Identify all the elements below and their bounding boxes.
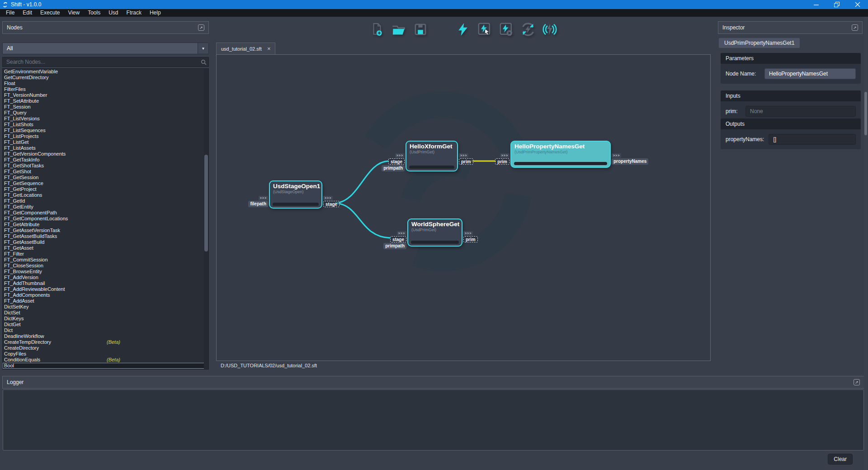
logger-output[interactable] xyxy=(3,389,864,451)
node-list-item[interactable]: FT_GetAsset xyxy=(3,245,208,251)
prim-value-field[interactable]: None xyxy=(745,106,856,117)
graph-node-WorldSphereGet[interactable]: WorldSphereGet (UsdPrimGet) >>>stageprim… xyxy=(407,218,462,247)
menu-ftrack[interactable]: Ftrack xyxy=(123,9,146,17)
graph-node-UsdStageOpen1[interactable]: UsdStageOpen1 (UsdStageOpen) >>>filepath… xyxy=(269,180,322,209)
node-list-item[interactable]: CreateDirectory xyxy=(3,345,208,351)
menu-tools[interactable]: Tools xyxy=(84,9,104,17)
menu-view[interactable]: View xyxy=(64,9,84,17)
graph-node-HelloPropertyNamesGet[interactable]: HelloPropertyNamesGet (UsdPrimPropertyNa… xyxy=(510,141,611,168)
open-graph-icon[interactable] xyxy=(391,20,407,38)
reload-execute-icon[interactable] xyxy=(520,20,536,38)
input-port-filepath[interactable]: filepath xyxy=(248,201,268,207)
node-list-item[interactable]: FT_GetTaskInfo xyxy=(3,157,208,163)
node-list-scrollbar[interactable] xyxy=(204,69,208,369)
close-button[interactable] xyxy=(847,0,868,9)
node-list-item[interactable]: FT_Session xyxy=(3,104,208,110)
node-list-item[interactable]: FT_SetAttribute xyxy=(3,98,208,104)
node-list-item[interactable]: FT_AddThumbnail xyxy=(3,280,208,286)
save-graph-icon[interactable] xyxy=(412,20,429,38)
menu-help[interactable]: Help xyxy=(146,9,165,17)
detach-panel-icon[interactable]: ↗ xyxy=(198,24,204,31)
node-graph-canvas[interactable]: UsdStageOpen1 (UsdStageOpen) >>>filepath… xyxy=(216,54,711,361)
output-port-stage[interactable]: stage xyxy=(323,201,340,207)
node-list-item[interactable]: FT_GetId xyxy=(3,198,208,204)
node-list-item[interactable]: FT_ListGet xyxy=(3,139,208,145)
node-list-item[interactable]: FT_GetVersionComponents xyxy=(3,151,208,157)
detach-panel-icon[interactable]: ↗ xyxy=(854,379,860,385)
execute-until-icon[interactable] xyxy=(498,20,514,38)
node-list-item[interactable]: FT_Query xyxy=(3,110,208,116)
node-category-dropdown[interactable]: All ▼ xyxy=(2,43,209,54)
output-port-prim[interactable]: prim xyxy=(459,158,473,165)
property-names-value-field[interactable]: [] xyxy=(769,134,856,145)
output-port-propertyNames[interactable]: propertyNames xyxy=(612,158,648,165)
output-port-prim[interactable]: prim xyxy=(463,236,478,242)
node-list-item[interactable]: FT_GetSequence xyxy=(3,180,208,186)
node-list-item[interactable]: FT_ListAssets xyxy=(3,145,208,151)
node-list-item[interactable]: FT_AddComponents xyxy=(3,292,208,298)
node-list-item[interactable]: FT_VersionNumber xyxy=(3,92,208,98)
node-list-item[interactable]: DeadlineWorkflow xyxy=(3,333,208,339)
minimize-button[interactable] xyxy=(806,0,826,9)
node-list-item[interactable]: GetEnvironmentVariable xyxy=(3,69,208,75)
node-list-item[interactable]: FT_ListProjects xyxy=(3,133,208,139)
node-list-item[interactable]: DictSetKey xyxy=(3,304,208,310)
node-list-item[interactable]: FT_CommitSession xyxy=(3,257,208,263)
detach-panel-icon[interactable]: ↗ xyxy=(852,24,858,31)
node-type-list[interactable]: GetEnvironmentVariable GetCurrentDirecto… xyxy=(2,68,209,370)
node-list-item[interactable]: Dict xyxy=(3,328,208,333)
node-list-item[interactable]: GetCurrentDirectory xyxy=(3,75,208,81)
node-list-item[interactable]: FT_AddAsset xyxy=(3,298,208,304)
node-list-item[interactable]: FT_GetEntity xyxy=(3,204,208,210)
input-port-primpath[interactable]: primpath xyxy=(383,243,406,249)
chevron-down-icon[interactable]: ▼ xyxy=(198,43,208,54)
execute-selected-icon[interactable] xyxy=(476,20,493,38)
node-list-item[interactable]: CopyFiles xyxy=(3,351,208,357)
node-list-item[interactable]: FT_GetAssetVersionTask xyxy=(3,228,208,233)
node-list-item[interactable]: DictGet xyxy=(3,322,208,328)
node-list-scrollbar-thumb[interactable] xyxy=(204,155,208,252)
node-list-item[interactable]: Float xyxy=(3,81,208,86)
node-list-item[interactable]: FT_GetShot xyxy=(3,169,208,175)
node-list-item[interactable]: FT_AddVersion xyxy=(3,275,208,280)
live-execution-icon[interactable] xyxy=(542,20,558,38)
clear-logger-button[interactable]: Clear xyxy=(828,454,853,465)
node-list-item[interactable]: FT_ListSequences xyxy=(3,128,208,133)
input-port-primpath[interactable]: primpath xyxy=(382,165,405,171)
menu-edit[interactable]: Edit xyxy=(19,9,36,17)
graph-tab[interactable]: usd_tutorial_02.sft × xyxy=(216,43,275,54)
node-list-item[interactable]: FT_ListShots xyxy=(3,122,208,128)
inspector-scrollbar-thumb[interactable] xyxy=(864,92,867,135)
node-list-item[interactable]: DictSet xyxy=(3,310,208,316)
node-list-item[interactable]: FT_GetAssetBuild xyxy=(3,239,208,245)
node-list-item[interactable]: FT_Filter xyxy=(3,251,208,257)
node-list-item[interactable]: CreateTempDirectory(Beta) xyxy=(3,339,208,345)
execute-graph-icon[interactable] xyxy=(455,20,471,38)
node-list-item[interactable]: FT_GetComponentPath xyxy=(3,210,208,216)
node-list-item[interactable]: FT_GetAssetBuildTasks xyxy=(3,233,208,239)
node-name-input[interactable] xyxy=(764,68,856,79)
menu-usd[interactable]: Usd xyxy=(104,9,122,17)
graph-node-HelloXformGet[interactable]: HelloXformGet (UsdPrimGet) >>>stageprimp… xyxy=(406,141,458,171)
node-list-item[interactable]: FT_BrowseEntity xyxy=(3,269,208,275)
node-list-item[interactable]: FT_GetShotTasks xyxy=(3,163,208,169)
node-list-item[interactable]: FT_GetSession xyxy=(3,175,208,180)
search-nodes-input[interactable] xyxy=(3,59,198,65)
inspector-scrollbar[interactable] xyxy=(864,17,868,470)
node-list-item[interactable]: FT_ListVersions xyxy=(3,116,208,122)
node-list-item[interactable]: Bool xyxy=(3,363,208,369)
input-port-prim[interactable]: prim xyxy=(495,158,509,165)
node-list-item[interactable]: FT_CloseSession xyxy=(3,263,208,269)
tab-close-icon[interactable]: × xyxy=(267,46,271,52)
restore-button[interactable] xyxy=(826,0,847,9)
menu-execute[interactable]: Execute xyxy=(36,9,64,17)
node-list-item[interactable]: FT_AddReviewableContent xyxy=(3,286,208,292)
node-list-item[interactable]: FT_GetProject xyxy=(3,186,208,192)
input-port-stage[interactable]: stage xyxy=(390,236,406,242)
node-list-item[interactable]: FilterFiles xyxy=(3,86,208,92)
node-list-item[interactable]: FT_GetComponentLocations xyxy=(3,216,208,222)
menu-file[interactable]: File xyxy=(2,9,19,17)
node-list-item[interactable]: FT_GetLocations xyxy=(3,192,208,198)
node-list-item[interactable]: ConditionEquals(Beta) xyxy=(3,357,208,363)
node-list-item[interactable]: DictKeys xyxy=(3,316,208,322)
